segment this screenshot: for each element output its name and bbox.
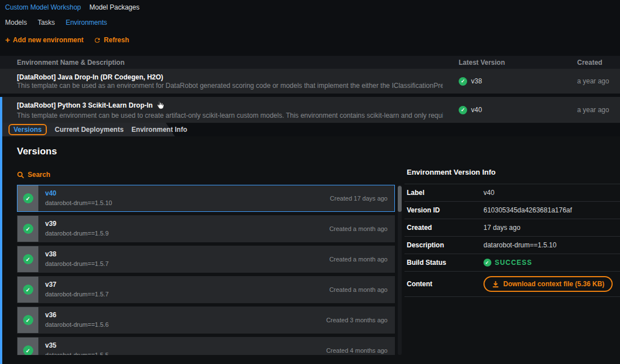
version-label: v37 [45, 281, 323, 288]
search-icon [17, 171, 24, 179]
nav-item-models[interactable]: Models [5, 19, 27, 26]
download-context-file-button[interactable]: Download context file (5.36 KB) [483, 276, 613, 292]
version-item-v40[interactable]: ✓ v40 datarobot-drum==1.5.10 Created 17 … [17, 185, 395, 212]
info-row-build-status: Build Status ✓ SUCCESS [404, 254, 620, 271]
version-description: datarobot-drum==1.5.9 [45, 230, 323, 237]
version-description: datarobot-drum==1.5.7 [45, 291, 323, 298]
tab-versions[interactable]: Versions [8, 124, 47, 135]
info-field-label: Version ID [407, 206, 483, 214]
created-cell: a year ago [560, 106, 620, 114]
environment-row-java-drop-in[interactable]: [DataRobot] Java Drop-In (DR Codegen, H2… [0, 69, 620, 94]
environment-description: This template environment can be used to… [17, 112, 443, 120]
info-field-label: Created [407, 224, 483, 232]
nav-item-tasks[interactable]: Tasks [38, 19, 55, 26]
version-created: Created a month ago [329, 256, 394, 263]
version-created: Created 4 months ago [326, 347, 394, 354]
environment-name-cell: [DataRobot] Python 3 Scikit-Learn Drop-I… [2, 100, 443, 120]
breadcrumb-model-packages[interactable]: Model Packages [90, 3, 140, 11]
version-label: v35 [45, 341, 319, 349]
version-body: v39 datarobot-drum==1.5.9 [38, 216, 329, 242]
environment-name-cell: [DataRobot] Java Drop-In (DR Codegen, H2… [0, 73, 443, 90]
latest-version-label: v40 [471, 106, 482, 114]
info-row-description: Description datarobot-drum==1.5.10 [404, 236, 620, 254]
version-status-strip: ✓ [17, 246, 38, 272]
info-field-value: 17 days ago [483, 224, 520, 232]
build-status-text: SUCCESS [495, 259, 532, 267]
check-circle-icon: ✓ [23, 193, 33, 203]
nav-item-environments[interactable]: Environments [65, 19, 107, 26]
environment-description: This template can be used as an environm… [17, 82, 443, 90]
latest-version-cell: ✓ v40 [443, 106, 560, 114]
add-new-environment-label: Add new environment [13, 36, 83, 44]
check-circle-icon: ✓ [23, 345, 33, 355]
latest-version-label: v38 [471, 77, 482, 85]
version-body: v38 datarobot-drum==1.5.7 [38, 246, 329, 272]
version-created: Created 17 days ago [330, 195, 394, 202]
tab-environment-info[interactable]: Environment Info [131, 126, 187, 134]
column-header-name-description: Environment Name & Description [0, 59, 443, 66]
info-panel-heading: Environment Version Info [404, 168, 620, 176]
version-description: datarobot-drum==1.5.7 [45, 260, 323, 267]
version-status-strip: ✓ [17, 277, 38, 303]
version-description: datarobot-drum==1.5.5 [45, 352, 319, 355]
version-item-v35[interactable]: ✓ v35 datarobot-drum==1.5.5 Created 4 mo… [17, 337, 395, 355]
version-status-strip: ✓ [17, 216, 38, 242]
version-list-scrollbar[interactable] [398, 185, 402, 355]
version-list: ✓ v40 datarobot-drum==1.5.10 Created 17 … [17, 185, 403, 355]
version-status-strip: ✓ [17, 307, 38, 333]
created-cell: a year ago [560, 77, 620, 85]
scrollbar-thumb[interactable] [398, 186, 402, 212]
build-status-badge: ✓ SUCCESS [483, 259, 532, 267]
plus-icon: + [5, 37, 10, 43]
info-row-version-id: Version ID 610305345da4263681a176af [404, 201, 620, 219]
version-label: v39 [45, 220, 323, 228]
version-status-strip: ✓ [17, 338, 38, 355]
download-icon [492, 281, 499, 288]
version-created: Created 3 months ago [326, 317, 394, 323]
info-field-value: datarobot-drum==1.5.10 [483, 241, 556, 249]
environment-name: [DataRobot] Python 3 Scikit-Learn Drop-I… [17, 100, 443, 112]
hand-cursor-icon [156, 100, 164, 112]
environment-name-text: [DataRobot] Python 3 Scikit-Learn Drop-I… [17, 101, 153, 109]
info-field-label: Description [407, 241, 483, 249]
section-nav: Models Tasks Environments [5, 19, 107, 26]
info-field-label: Content [407, 280, 483, 288]
versions-heading: Versions [17, 146, 57, 157]
version-body: v40 datarobot-drum==1.5.10 [38, 185, 330, 211]
version-label: v38 [45, 250, 323, 258]
expanded-environment-section: [DataRobot] Python 3 Scikit-Learn Drop-I… [0, 97, 620, 364]
action-bar: + Add new environment Refresh [5, 36, 129, 44]
version-item-v37[interactable]: ✓ v37 datarobot-drum==1.5.7 Created a mo… [17, 276, 395, 303]
version-description: datarobot-drum==1.5.10 [45, 199, 323, 206]
environment-name: [DataRobot] Java Drop-In (DR Codegen, H2… [17, 73, 443, 82]
info-field-value: 610305345da4263681a176af [483, 206, 572, 214]
tab-current-deployments[interactable]: Current Deployments [55, 126, 124, 134]
version-item-v36[interactable]: ✓ v36 datarobot-drum==1.5.6 Created 3 mo… [17, 307, 395, 334]
info-field-label: Label [407, 189, 483, 197]
detail-tabs: Versions Current Deployments Environment… [2, 123, 620, 136]
version-description: datarobot-drum==1.5.6 [45, 321, 319, 328]
environment-version-info-panel: Environment Version Info Label v40 Versi… [404, 168, 620, 297]
column-header-created: Created [560, 59, 620, 66]
latest-version-cell: ✓ v38 [443, 77, 560, 86]
version-item-v38[interactable]: ✓ v38 datarobot-drum==1.5.7 Created a mo… [17, 246, 395, 273]
check-circle-icon: ✓ [23, 315, 33, 325]
environment-row-python3-sklearn-drop-in[interactable]: [DataRobot] Python 3 Scikit-Learn Drop-I… [2, 97, 620, 123]
refresh-icon [94, 37, 101, 44]
add-new-environment-button[interactable]: + Add new environment [5, 36, 83, 44]
refresh-button[interactable]: Refresh [94, 36, 129, 44]
check-circle-icon: ✓ [23, 224, 33, 234]
detail-tab-bar: Versions Current Deployments Environment… [2, 123, 620, 136]
version-created: Created a month ago [329, 225, 394, 232]
version-label: v36 [45, 311, 319, 319]
version-body: v37 datarobot-drum==1.5.7 [38, 277, 329, 303]
check-circle-icon: ✓ [483, 259, 491, 267]
search-toggle[interactable]: Search [17, 171, 50, 179]
search-label: Search [28, 171, 50, 179]
version-created: Created a month ago [329, 286, 394, 293]
version-body: v36 datarobot-drum==1.5.6 [38, 307, 326, 333]
breadcrumb-custom-model-workshop[interactable]: Custom Model Workshop [5, 3, 81, 11]
version-item-v39[interactable]: ✓ v39 datarobot-drum==1.5.9 Created a mo… [17, 215, 395, 242]
version-body: v35 datarobot-drum==1.5.5 [38, 338, 326, 355]
info-field-label: Build Status [407, 259, 483, 267]
